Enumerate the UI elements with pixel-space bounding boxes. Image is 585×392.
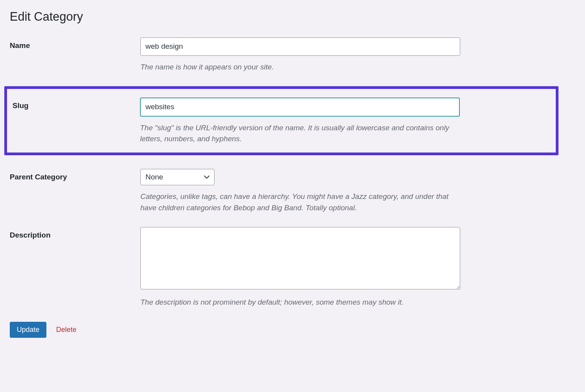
slug-description: The "slug" is the URL-friendly version o… xyxy=(140,122,460,145)
parent-field-wrapper: None Categories, unlike tags, can have a… xyxy=(140,169,460,214)
name-label: Name xyxy=(10,37,140,50)
name-row: Name The name is how it appears on your … xyxy=(10,37,575,73)
page-title: Edit Category xyxy=(10,10,575,24)
update-button[interactable]: Update xyxy=(10,322,46,338)
description-textarea[interactable] xyxy=(140,227,460,289)
description-label: Description xyxy=(10,227,140,239)
action-row: Update Delete xyxy=(10,322,575,338)
parent-category-select[interactable]: None xyxy=(140,169,214,186)
parent-description: Categories, unlike tags, can have a hier… xyxy=(140,191,460,213)
slug-highlight-box: Slug The "slug" is the URL-friendly vers… xyxy=(4,86,558,155)
name-field-wrapper: The name is how it appears on your site. xyxy=(140,37,460,73)
description-row: Description The description is not promi… xyxy=(10,227,575,308)
parent-row: Parent Category None Categories, unlike … xyxy=(10,169,575,214)
slug-label: Slug xyxy=(9,98,140,110)
slug-row: Slug The "slug" is the URL-friendly vers… xyxy=(9,98,548,145)
parent-label: Parent Category xyxy=(10,169,140,181)
delete-link[interactable]: Delete xyxy=(56,326,76,334)
name-description: The name is how it appears on your site. xyxy=(140,62,460,73)
edit-category-form: Name The name is how it appears on your … xyxy=(10,37,575,308)
slug-input[interactable] xyxy=(140,98,460,117)
description-field-wrapper: The description is not prominent by defa… xyxy=(140,227,460,308)
name-input[interactable] xyxy=(140,37,460,56)
description-help: The description is not prominent by defa… xyxy=(140,297,460,308)
slug-field-wrapper: The "slug" is the URL-friendly version o… xyxy=(140,98,460,145)
